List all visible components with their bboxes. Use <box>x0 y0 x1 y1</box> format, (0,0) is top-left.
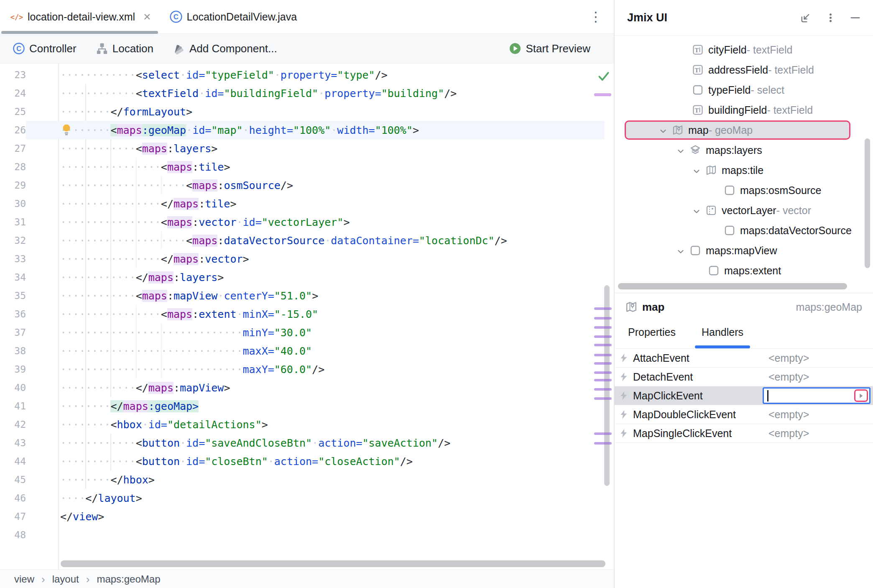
handler-row-detachevent[interactable]: DetachEvent<empty> <box>615 368 873 386</box>
line-number[interactable]: 40 <box>0 382 26 393</box>
code-line-31[interactable]: 31················<maps:vector·id="vecto… <box>0 213 605 231</box>
tree-item-map[interactable]: map - geoMap <box>615 120 873 140</box>
intention-bulb-icon[interactable] <box>62 124 71 136</box>
breadcrumb-item-maps-geoMap[interactable]: maps:geoMap <box>97 573 160 585</box>
tree-item-maps-tile[interactable]: maps:tile <box>615 160 873 180</box>
line-number[interactable]: 26 <box>0 125 26 135</box>
line-number[interactable]: 47 <box>0 511 26 522</box>
code-editor[interactable]: 23············<select·id="typeField"·pro… <box>0 64 614 570</box>
check-icon[interactable] <box>597 69 610 83</box>
tree-horizontal-scrollbar[interactable] <box>618 283 847 289</box>
editor-tab-2[interactable]: CLocationDetailView.java <box>159 0 306 33</box>
line-number[interactable]: 29 <box>0 180 26 191</box>
tree-item-maps-layers[interactable]: maps:layers <box>615 140 873 160</box>
code-line-28[interactable]: 28················<maps:tile> <box>0 158 605 176</box>
line-number[interactable]: 42 <box>0 419 26 430</box>
code-line-45[interactable]: 45········</hbox> <box>0 470 605 489</box>
chevron-down-icon[interactable] <box>692 206 701 215</box>
line-number[interactable]: 34 <box>0 272 26 283</box>
code-line-40[interactable]: 40············</maps:mapView> <box>0 378 605 397</box>
line-number[interactable]: 43 <box>0 437 26 448</box>
tree-item-maps-osmSource[interactable]: maps:osmSource <box>615 180 873 200</box>
code-line-29[interactable]: 29····················<maps:osmSource/> <box>0 176 605 194</box>
line-number[interactable]: 44 <box>0 456 26 467</box>
code-line-30[interactable]: 30················</maps:tile> <box>0 194 605 213</box>
line-number[interactable]: 41 <box>0 401 26 412</box>
kebab-icon[interactable] <box>824 12 837 24</box>
kebab-icon[interactable]: ⋮ <box>589 9 603 25</box>
editor-horizontal-scrollbar[interactable] <box>61 560 605 567</box>
handler-row-attachevent[interactable]: AttachEvent<empty> <box>615 349 873 368</box>
tree-item-maps-mapView[interactable]: maps:mapView <box>615 240 873 261</box>
line-number[interactable]: 45 <box>0 474 26 485</box>
tree-item-buildingField[interactable]: TbuildingField - textField <box>615 100 873 120</box>
tree-item-typeField[interactable]: typeField - select <box>615 80 873 100</box>
start-preview-button[interactable]: Start Preview <box>509 42 590 55</box>
line-number[interactable]: 27 <box>0 143 26 154</box>
line-number[interactable]: 24 <box>0 88 26 99</box>
line-number[interactable]: 38 <box>0 345 26 356</box>
handler-value[interactable]: <empty> <box>768 409 809 421</box>
line-number[interactable]: 28 <box>0 161 26 172</box>
line-number[interactable]: 31 <box>0 217 26 228</box>
code-line-32[interactable]: 32····················<maps:dataVectorSo… <box>0 231 605 250</box>
dock-icon[interactable] <box>800 12 812 24</box>
line-number[interactable]: 35 <box>0 290 26 301</box>
code-line-33[interactable]: 33················</maps:vector> <box>0 250 605 268</box>
line-number[interactable]: 39 <box>0 364 26 375</box>
tree-item-cityField[interactable]: TcityField - textField <box>615 40 873 60</box>
handler-value[interactable]: <empty> <box>768 352 809 364</box>
close-icon[interactable]: × <box>143 13 151 21</box>
tree-item-maps-extent[interactable]: maps:extent <box>615 261 873 281</box>
expand-callout-ring[interactable] <box>854 389 868 402</box>
line-number[interactable]: 33 <box>0 253 26 264</box>
code-line-39[interactable]: 39·····························maxY="60.… <box>0 360 605 378</box>
tab-handlers[interactable]: Handlers <box>702 326 743 348</box>
line-number[interactable]: 36 <box>0 309 26 320</box>
editor-tab-1[interactable]: </>location-detail-view.xml× <box>0 0 159 33</box>
code-line-38[interactable]: 38·····························maxX="40.… <box>0 342 605 360</box>
handler-row-mapsingleclickevent[interactable]: MapSingleClickEvent<empty> <box>615 424 873 443</box>
line-number[interactable]: 48 <box>0 529 26 540</box>
chevron-down-icon[interactable] <box>659 126 667 134</box>
handler-value[interactable]: <empty> <box>768 371 809 383</box>
code-line-27[interactable]: 27············<maps:layers> <box>0 139 605 158</box>
code-line-44[interactable]: 44············<button·id="closeBtn"·acti… <box>0 452 605 470</box>
toolbar-button-location[interactable]: Location <box>96 42 153 55</box>
line-number[interactable]: 30 <box>0 198 26 209</box>
tree-item-addressField[interactable]: TaddressField - textField <box>615 60 873 80</box>
editor-vertical-scrollbar[interactable] <box>604 285 610 486</box>
line-number[interactable]: 46 <box>0 493 26 504</box>
code-line-46[interactable]: 46····</layout> <box>0 489 605 507</box>
tree-item-vectorLayer[interactable]: vectorLayer - vector <box>615 200 873 220</box>
minimize-icon[interactable] <box>849 12 861 24</box>
chevron-down-icon[interactable] <box>676 246 685 255</box>
code-line-24[interactable]: 24············<textField·id="buildingFie… <box>0 84 605 102</box>
line-number[interactable]: 25 <box>0 106 26 117</box>
code-line-26[interactable]: 26········<maps:geoMap·id="map"·height="… <box>0 121 605 139</box>
code-line-43[interactable]: 43············<button·id="saveAndCloseBt… <box>0 434 605 452</box>
handler-value[interactable]: <empty> <box>768 427 809 440</box>
breadcrumb-item-view[interactable]: view <box>14 573 34 585</box>
line-number[interactable]: 37 <box>0 327 26 338</box>
code-line-25[interactable]: 25········</formLayout> <box>0 102 605 121</box>
code-line-41[interactable]: 41········</maps:geoMap> <box>0 397 605 415</box>
chevron-down-icon[interactable] <box>676 146 685 154</box>
code-line-37[interactable]: 37·····························minY="30.… <box>0 323 605 342</box>
tab-properties[interactable]: Properties <box>628 326 676 348</box>
handler-value-input[interactable] <box>763 387 870 404</box>
code-line-36[interactable]: 36················<maps:extent·minX="-15… <box>0 305 605 323</box>
toolbar-button-controller[interactable]: CController <box>13 42 77 55</box>
handler-row-mapdoubleclickevent[interactable]: MapDoubleClickEvent<empty> <box>615 405 873 424</box>
code-line-48[interactable]: 48 <box>0 526 605 544</box>
chevron-down-icon[interactable] <box>692 166 701 174</box>
code-line-35[interactable]: 35············<maps:mapView·centerY="51.… <box>0 286 605 305</box>
tree-item-maps-dataVectorSource[interactable]: maps:dataVectorSource <box>615 220 873 240</box>
code-line-42[interactable]: 42········<hbox·id="detailActions"> <box>0 415 605 434</box>
code-line-34[interactable]: 34············</maps:layers> <box>0 268 605 286</box>
handler-row-mapclickevent[interactable]: MapClickEvent <box>615 386 873 405</box>
code-line-23[interactable]: 23············<select·id="typeField"·pro… <box>0 66 605 84</box>
toolbar-button-add-component-[interactable]: Add Component... <box>173 42 277 55</box>
code-line-47[interactable]: 47</view> <box>0 507 605 526</box>
line-number[interactable]: 32 <box>0 235 26 246</box>
